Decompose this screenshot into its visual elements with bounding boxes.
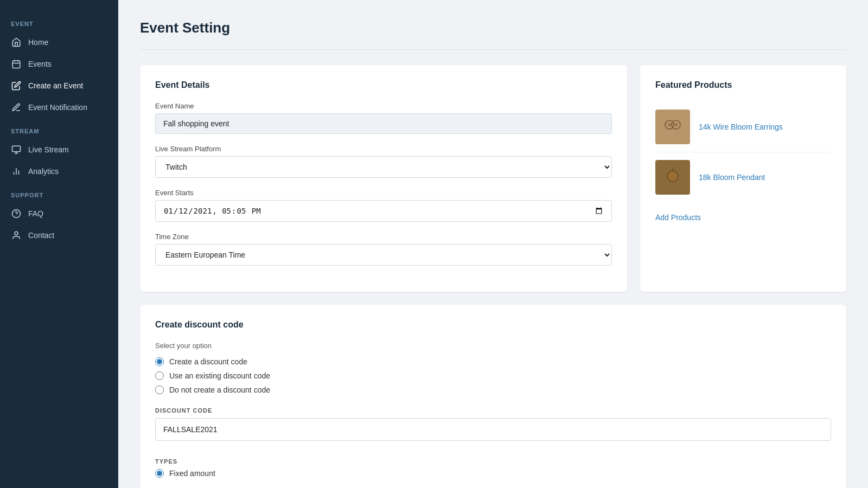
user-icon — [11, 230, 22, 241]
sidebar-section-label-support: SUPPORT — [0, 182, 118, 203]
type-fixed-amount[interactable]: Fixed amount — [155, 469, 831, 478]
sidebar-item-analytics[interactable]: Analytics — [0, 160, 118, 182]
sidebar-item-faq[interactable]: FAQ — [0, 203, 118, 224]
discount-option-existing[interactable]: Use an existing discount code — [155, 371, 831, 380]
sidebar-section-label-stream: STREAM — [0, 118, 118, 139]
discount-option-create[interactable]: Create a discount code — [155, 357, 831, 366]
discount-title: Create discount code — [155, 320, 831, 330]
product-name-2[interactable]: 18k Bloom Pendant — [699, 173, 765, 182]
platform-group: Live Stream Platform Twitch YouTube Face… — [155, 145, 612, 178]
discount-radio-create[interactable] — [155, 357, 164, 366]
sidebar-section-support: SUPPORT FAQ Contact — [0, 182, 118, 246]
sidebar-item-label-live-stream: Live Stream — [28, 145, 69, 154]
sidebar-item-contact[interactable]: Contact — [0, 224, 118, 246]
sidebar-item-label-event-notification: Event Notification — [28, 103, 87, 112]
select-option-label: Select your option — [155, 342, 831, 350]
svg-rect-0 — [12, 61, 20, 68]
sidebar: EVENT Home Events Create an Event Event … — [0, 0, 118, 488]
add-products-link[interactable]: Add Products — [655, 213, 831, 222]
sidebar-item-event-notification[interactable]: Event Notification — [0, 97, 118, 118]
type-fixed-label: Fixed amount — [169, 469, 215, 478]
calendar-icon — [11, 59, 22, 69]
product-item-2: 18k Bloom Pendant — [655, 152, 831, 202]
sidebar-item-label-events: Events — [28, 60, 52, 68]
sidebar-section-label-event: EVENT — [0, 11, 118, 31]
svg-point-16 — [674, 123, 678, 126]
timezone-label: Time Zone — [155, 233, 612, 241]
discount-code-group: DISCOUNT CODE — [155, 407, 831, 454]
event-starts-input[interactable] — [155, 200, 612, 222]
discount-option-none[interactable]: Do not create a discount code — [155, 386, 831, 394]
sidebar-item-events[interactable]: Events — [0, 53, 118, 75]
timezone-select[interactable]: Eastern European Time UTC Eastern Time P… — [155, 244, 612, 266]
svg-point-12 — [15, 232, 18, 235]
event-details-title: Event Details — [155, 80, 612, 90]
svg-point-15 — [668, 123, 671, 126]
event-name-label: Event Name — [155, 102, 612, 110]
top-cards-row: Event Details Event Name Live Stream Pla… — [140, 65, 846, 292]
discount-option-existing-label: Use an existing discount code — [169, 371, 270, 380]
sidebar-item-live-stream[interactable]: Live Stream — [0, 139, 118, 160]
page-title: Event Setting — [140, 20, 846, 36]
discount-code-label: DISCOUNT CODE — [155, 407, 831, 414]
sidebar-item-label-create-event: Create an Event — [28, 81, 83, 90]
page-divider — [140, 49, 846, 50]
sidebar-item-label-contact: Contact — [28, 231, 54, 240]
platform-label: Live Stream Platform — [155, 145, 612, 153]
product-thumb-2 — [655, 160, 690, 195]
event-name-group: Event Name — [155, 102, 612, 134]
type-radio-fixed[interactable] — [155, 469, 164, 478]
discount-card: Create discount code Select your option … — [140, 305, 846, 488]
types-radio-group: Fixed amount — [155, 469, 831, 478]
discount-radio-none[interactable] — [155, 386, 164, 394]
sidebar-section-event: EVENT Home Events Create an Event Event … — [0, 11, 118, 118]
discount-options-group: Create a discount code Use an existing d… — [155, 357, 831, 394]
featured-products-title: Featured Products — [655, 80, 831, 90]
edit-icon — [11, 80, 22, 91]
sidebar-item-label-analytics: Analytics — [28, 167, 59, 176]
sidebar-item-home[interactable]: Home — [0, 31, 118, 53]
discount-option-none-label: Do not create a discount code — [169, 386, 270, 394]
platform-select[interactable]: Twitch YouTube Facebook Live Instagram L… — [155, 156, 612, 178]
discount-option-create-label: Create a discount code — [169, 357, 247, 366]
sidebar-item-label-faq: FAQ — [28, 209, 43, 218]
types-label: TYPES — [155, 458, 831, 465]
event-starts-group: Event Starts — [155, 189, 612, 222]
sidebar-item-create-event[interactable]: Create an Event — [0, 75, 118, 97]
product-thumb-1 — [655, 110, 690, 144]
bar-chart-icon — [11, 166, 22, 177]
svg-point-17 — [667, 171, 678, 182]
discount-code-input[interactable] — [155, 418, 831, 441]
monitor-icon — [11, 144, 22, 155]
product-name-1[interactable]: 14k Wire Bloom Earrings — [699, 123, 783, 131]
svg-point-19 — [672, 167, 674, 169]
question-icon — [11, 208, 22, 219]
sidebar-section-stream: STREAM Live Stream Analytics — [0, 118, 118, 182]
pen-icon — [11, 102, 22, 113]
timezone-group: Time Zone Eastern European Time UTC East… — [155, 233, 612, 266]
event-name-input[interactable] — [155, 113, 612, 134]
product-item-1: 14k Wire Bloom Earrings — [655, 102, 831, 152]
types-section: TYPES Fixed amount — [155, 458, 831, 478]
event-details-card: Event Details Event Name Live Stream Pla… — [140, 65, 627, 292]
featured-products-card: Featured Products 14k Wire Bloom Earring… — [640, 65, 846, 292]
discount-radio-existing[interactable] — [155, 371, 164, 380]
svg-rect-4 — [12, 146, 21, 152]
home-icon — [11, 37, 22, 48]
main-content: Event Setting Event Details Event Name L… — [118, 0, 868, 488]
sidebar-item-label-home: Home — [28, 38, 48, 47]
event-starts-label: Event Starts — [155, 189, 612, 197]
